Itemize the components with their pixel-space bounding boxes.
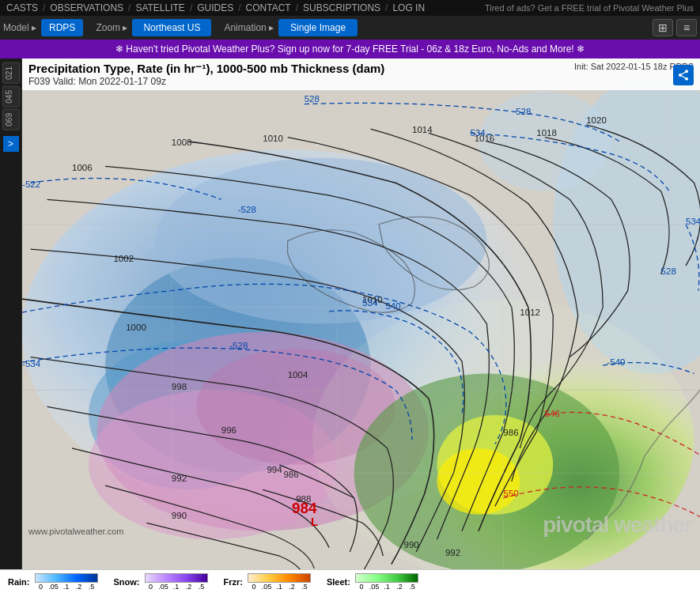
nav-subscriptions[interactable]: SUBSCRIPTIONS [303,2,380,13]
nav-sep-6: / [385,2,388,13]
svg-text:550: 550 [503,489,518,498]
svg-text:L: L [311,516,318,528]
rain-gradient [35,573,98,583]
frzr-gradient [248,573,311,583]
svg-text:528: 528 [516,107,531,116]
share-button[interactable] [673,65,694,85]
svg-text:984: 984 [292,500,317,516]
snow-legend: Snow: 0 .05 .1 .2 .5 [114,573,208,591]
sidebar-item-045[interactable]: 045 [2,86,20,108]
sidebar-expand-button[interactable]: > [3,136,19,152]
grid-view-button[interactable]: ⊞ [653,19,673,36]
rain-label: Rain: [8,577,30,587]
svg-text:986: 986 [283,470,298,479]
rain-tick-3: .2 [73,583,85,591]
legend-bar: Rain: 0 .05 .1 .2 .5 Snow: 0 .05 .1 .2 .… [0,569,700,593]
svg-text:1000: 1000 [126,323,146,332]
nav-sep-2: / [128,2,131,13]
nav-guides[interactable]: GUIDES [197,2,233,13]
svg-point-6 [155,158,486,324]
sleet-tick-1: .05 [368,583,380,591]
nav-sep-1: / [43,2,45,13]
rain-tick-2: .1 [60,583,73,591]
toolbar: Model ▸ RDPS Zoom ▸ Northeast US Animati… [0,16,700,40]
watermark: pivotal weather [543,512,692,538]
svg-text:1002: 1002 [113,254,134,263]
rain-legend: Rain: 0 .05 .1 .2 .5 [8,573,98,591]
map-subtitle: F039 Valid: Mon 2022-01-17 09z [28,76,694,87]
left-sidebar: 021 045 069 > [0,59,22,569]
sleet-tick-4: .5 [406,583,418,591]
svg-text:-540: -540 [607,357,625,367]
nav-sep-4: / [238,2,240,13]
nav-contact[interactable]: CONTACT [246,2,291,13]
frzr-tick-4: .5 [298,583,311,591]
sidebar-item-069[interactable]: 069 [2,109,20,130]
frzr-label: Frzr: [224,577,243,587]
snow-ticks: 0 .05 .1 .2 .5 [145,583,208,591]
top-navigation: CASTS / OBSERVATIONS / SATELLITE / GUIDE… [0,0,700,16]
svg-text:990: 990 [172,511,187,520]
rain-tick-4: .5 [85,583,98,591]
svg-text:-528: -528 [229,341,248,350]
svg-text:1020: 1020 [586,115,607,125]
map-header: Precipitation Type, Rate (in hr⁻¹), 1000… [22,59,700,90]
nav-satellite[interactable]: SATELLITE [135,2,184,13]
settings-button[interactable]: ≡ [676,19,697,36]
svg-text:546: 546 [545,409,560,418]
animation-label: Animation ▸ [224,22,274,33]
rain-tick-0: 0 [35,583,47,591]
svg-text:-522: -522 [22,179,40,189]
rain-ticks: 0 .05 .1 .2 .5 [35,583,98,591]
snow-tick-2: .1 [170,583,183,591]
sleet-gradient [355,573,418,583]
svg-text:1018: 1018 [536,128,557,138]
svg-text:1006: 1006 [72,163,93,172]
nav-casts[interactable]: CASTS [6,2,38,13]
frzr-tick-0: 0 [248,583,260,591]
promo-banner[interactable]: ❄ Haven't tried Pivotal Weather Plus? Si… [0,40,700,59]
sleet-tick-2: .1 [380,583,393,591]
svg-text:1008: 1008 [172,138,192,147]
svg-text:-528: -528 [238,205,256,214]
watermark-text: pivotal weather [543,512,692,537]
rain-tick-1: .05 [47,583,60,591]
promo-text: ❄ Haven't tried Pivotal Weather Plus? Si… [115,43,585,55]
svg-text:996: 996 [221,425,236,435]
zoom-label: Zoom ▸ [96,22,127,33]
frzr-legend: Frzr: 0 .05 .1 .2 .5 [224,573,311,591]
model-button[interactable]: RDPS [41,19,83,36]
website-watermark: www.pivotalweather.com [28,527,123,536]
frzr-tick-3: .2 [286,583,298,591]
svg-text:1004: 1004 [288,370,308,380]
animation-button[interactable]: Single Image [278,19,358,36]
snow-tick-1: .05 [157,583,170,591]
svg-text:534: 534 [470,128,486,138]
svg-text:986: 986 [503,428,518,437]
sidebar-item-021[interactable]: 021 [2,62,20,84]
svg-text:990: 990 [404,540,419,550]
snow-label: Snow: [114,577,140,587]
ad-text[interactable]: Tired of ads? Get a FREE trial of Pivota… [485,3,694,13]
svg-text:992: 992 [445,548,460,557]
frzr-tick-2: .1 [273,583,286,591]
nav-sep-3: / [190,2,192,13]
sleet-tick-0: 0 [355,583,368,591]
svg-text:528: 528 [305,94,320,104]
svg-text:-534: -534 [22,359,41,368]
sleet-label: Sleet: [327,577,350,587]
svg-text:992: 992 [172,474,187,483]
sleet-legend: Sleet: 0 .05 .1 .2 .5 [327,573,418,591]
snow-gradient [145,573,208,583]
sleet-ticks: 0 .05 .1 .2 .5 [355,583,418,591]
frzr-tick-1: .05 [260,583,273,591]
sleet-tick-3: .2 [393,583,406,591]
svg-text:1014: 1014 [412,125,433,134]
model-label: Model ▸ [3,22,36,33]
nav-observations[interactable]: OBSERVATIONS [50,2,123,13]
zoom-button[interactable]: Northeast US [132,19,211,36]
nav-login[interactable]: LOG IN [392,2,425,13]
svg-text:1012: 1012 [520,308,540,317]
frzr-ticks: 0 .05 .1 .2 .5 [248,583,311,591]
toolbar-right: ⊞ ≡ [653,19,697,36]
